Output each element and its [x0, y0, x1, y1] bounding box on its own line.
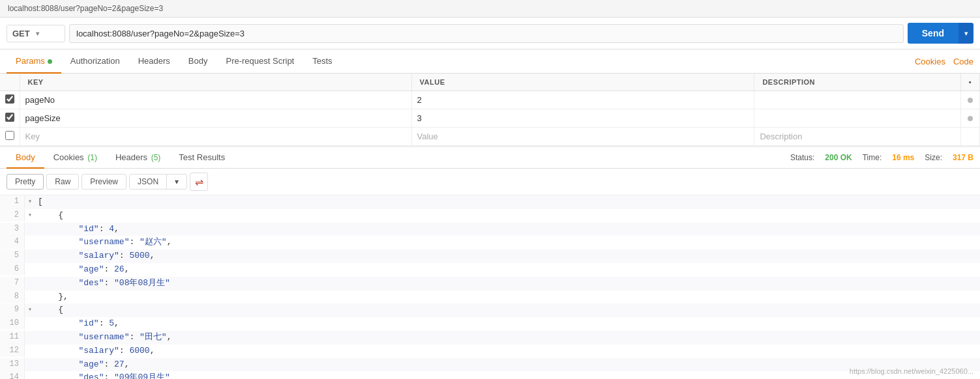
row1-checkbox-cell[interactable] — [0, 91, 20, 109]
line-fold-arrow — [25, 290, 35, 292]
line-fold-arrow — [25, 344, 35, 346]
json-line: 14 "des": "09年09月生" — [0, 371, 980, 379]
response-tab-test-results[interactable]: Test Results — [170, 147, 234, 169]
tab-body[interactable]: Body — [179, 49, 217, 74]
params-section: KEY VALUE DESCRIPTION • pageNo 2 — [0, 74, 980, 146]
json-line: 6 "age": 26, — [0, 263, 980, 277]
line-number: 7 — [0, 277, 25, 289]
response-tabs-row: Body Cookies (1) Headers (5) Test Result… — [0, 147, 980, 169]
table-row-placeholder: Key Value Description — [0, 128, 980, 146]
row2-description[interactable] — [754, 109, 960, 128]
format-arrow-button[interactable]: ▾ — [167, 175, 186, 189]
line-fold-arrow — [25, 263, 35, 264]
tab-authorization[interactable]: Authorization — [61, 49, 129, 74]
json-line: 7 "des": "08年08月生" — [0, 277, 980, 290]
line-content: "salary": 5000, — [35, 249, 155, 263]
send-button[interactable]: Send — [908, 23, 958, 44]
pretty-button[interactable]: Pretty — [7, 174, 44, 190]
url-bar: GET ▾ Send ▾ — [0, 18, 980, 49]
line-number: 12 — [0, 344, 25, 357]
watermark: https://blog.csdn.net/weixin_4225060... — [850, 367, 973, 375]
json-line: 2▾ { — [0, 209, 980, 223]
row3-checkbox[interactable] — [5, 131, 14, 140]
row2-value[interactable]: 3 — [411, 109, 754, 128]
line-number: 14 — [0, 371, 25, 379]
col-value: VALUE — [411, 74, 754, 91]
line-fold-arrow — [25, 236, 35, 237]
line-content: }, — [35, 290, 68, 304]
row1-key[interactable]: pageNo — [20, 91, 411, 109]
json-line: 8 }, — [0, 290, 980, 304]
json-line: 13 "age": 27, — [0, 358, 980, 372]
line-fold-arrow[interactable]: ▾ — [25, 195, 35, 207]
line-content: "username": "田七", — [35, 331, 171, 344]
line-fold-arrow — [25, 331, 35, 332]
send-dropdown-button[interactable]: ▾ — [958, 23, 973, 44]
wrap-button[interactable]: ⇌ — [190, 173, 208, 191]
status-value: 200 OK — [825, 153, 852, 162]
method-select[interactable]: GET ▾ — [7, 25, 65, 42]
line-fold-arrow[interactable]: ▾ — [25, 303, 35, 315]
tab-tests[interactable]: Tests — [303, 49, 341, 74]
json-line: 11 "username": "田七", — [0, 331, 980, 344]
method-label: GET — [12, 29, 36, 38]
time-value: 16 ms — [892, 153, 914, 162]
response-status: Status: 200 OK Time: 16 ms Size: 317 B — [790, 153, 973, 162]
line-number: 10 — [0, 317, 25, 330]
size-label: Size: — [925, 153, 942, 162]
json-line: 9▾ { — [0, 303, 980, 317]
table-row: pageSize 3 — [0, 109, 980, 128]
tab-params[interactable]: Params — [7, 49, 61, 74]
row2-dot — [968, 116, 973, 121]
line-content: "age": 26, — [35, 263, 129, 277]
tab-headers[interactable]: Headers — [129, 49, 179, 74]
tab-pre-request-script[interactable]: Pre-request Script — [216, 49, 303, 74]
response-tab-headers[interactable]: Headers (5) — [106, 147, 170, 169]
line-fold-arrow[interactable]: ▾ — [25, 209, 35, 221]
line-fold-arrow — [25, 249, 35, 251]
table-row: pageNo 2 — [0, 91, 980, 109]
format-button[interactable]: JSON — [130, 175, 167, 189]
row1-description[interactable] — [754, 91, 960, 109]
row2-key[interactable]: pageSize — [20, 109, 411, 128]
line-number: 1 — [0, 195, 25, 208]
line-fold-arrow — [25, 277, 35, 278]
row1-checkbox[interactable] — [5, 94, 14, 104]
line-content: "des": "08年08月生" — [35, 277, 170, 290]
row2-checkbox[interactable] — [5, 113, 14, 122]
send-btn-group: Send ▾ — [908, 23, 973, 44]
row1-dot — [968, 98, 973, 103]
line-number: 3 — [0, 223, 25, 235]
size-value: 317 B — [953, 153, 973, 162]
response-toolbar: Pretty Raw Preview JSON ▾ ⇌ — [0, 169, 980, 195]
row3-checkbox-cell[interactable] — [0, 128, 20, 146]
line-number: 5 — [0, 249, 25, 262]
line-number: 4 — [0, 236, 25, 248]
raw-button[interactable]: Raw — [46, 174, 79, 190]
line-number: 6 — [0, 263, 25, 275]
line-content: "age": 27, — [35, 358, 129, 372]
cookies-link[interactable]: Cookies — [915, 57, 945, 66]
preview-button[interactable]: Preview — [82, 174, 126, 190]
request-tabs-row: Params Authorization Headers Body Pre-re… — [0, 49, 980, 74]
row3-description[interactable]: Description — [754, 128, 960, 146]
title-text: localhost:8088/user?pageNo=2&pageSize=3 — [8, 4, 163, 13]
headers-badge: (5) — [151, 153, 161, 162]
params-table: KEY VALUE DESCRIPTION • pageNo 2 — [0, 74, 980, 146]
row2-checkbox-cell[interactable] — [0, 109, 20, 128]
code-link[interactable]: Code — [953, 57, 973, 66]
row1-value[interactable]: 2 — [411, 91, 754, 109]
row3-key[interactable]: Key — [20, 128, 411, 146]
json-line: 1▾[ — [0, 195, 980, 209]
response-section: Body Cookies (1) Headers (5) Test Result… — [0, 146, 980, 379]
row3-value[interactable]: Value — [411, 128, 754, 146]
line-content: { — [35, 209, 63, 223]
url-input[interactable] — [69, 24, 904, 43]
line-content: [ — [35, 195, 43, 209]
method-arrow: ▾ — [36, 30, 59, 37]
response-tab-body[interactable]: Body — [7, 147, 44, 169]
json-line: 12 "salary": 6000, — [0, 344, 980, 358]
response-tab-cookies[interactable]: Cookies (1) — [44, 147, 106, 169]
json-line: 3 "id": 4, — [0, 223, 980, 236]
json-editor: 1▾[2▾ {3 "id": 4,4 "username": "赵六",5 "s… — [0, 195, 980, 379]
